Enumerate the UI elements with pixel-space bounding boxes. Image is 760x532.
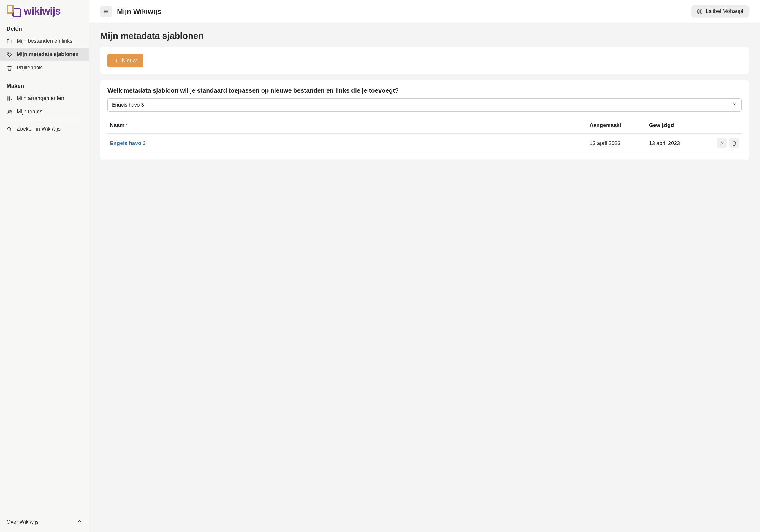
brand-logo[interactable]: wikiwijs xyxy=(7,4,82,18)
svg-point-3 xyxy=(10,111,11,111)
sidebar-item-mijn-metadata-sjablonen[interactable]: Mijn metadata sjablonen xyxy=(0,48,89,61)
svg-point-6 xyxy=(699,10,700,12)
sidebar-item-label: Zoeken in Wikiwijs xyxy=(17,126,61,132)
sidebar-section-maken: Maken xyxy=(0,74,89,92)
brand-name: wikiwijs xyxy=(24,5,61,17)
new-button-label: Nieuw xyxy=(122,58,137,64)
logo-area: wikiwijs xyxy=(0,0,89,19)
cell-modified: 13 april 2023 xyxy=(646,134,706,154)
column-header-naam-label: Naam xyxy=(110,122,124,128)
sidebar-divider xyxy=(7,120,82,120)
sort-arrow-up-icon: ↑ xyxy=(125,122,128,128)
folder-icon xyxy=(7,38,13,44)
sidebar-item-label: Mijn teams xyxy=(17,109,42,115)
svg-point-2 xyxy=(8,110,10,111)
default-template-select[interactable]: Engels havo 3 xyxy=(108,98,741,111)
app-title: Mijn Wikiwijs xyxy=(117,7,161,16)
sidebar-item-label: Mijn metadata sjablonen xyxy=(17,51,79,58)
main: Mijn Wikiwijs Lalibel Mohaupt Mijn metad… xyxy=(89,0,760,532)
templates-table: Naam↑ Aangemaakt Gewijzigd Engels havo 3… xyxy=(108,117,741,154)
svg-point-4 xyxy=(8,127,11,130)
svg-rect-0 xyxy=(13,9,21,17)
sidebar-item-zoeken[interactable]: Zoeken in Wikiwijs xyxy=(0,122,89,136)
topbar: Mijn Wikiwijs Lalibel Mohaupt xyxy=(89,0,760,23)
search-icon xyxy=(7,126,13,132)
select-value: Engels havo 3 xyxy=(112,102,144,108)
user-icon xyxy=(697,9,703,15)
hamburger-button[interactable] xyxy=(100,6,112,17)
sidebar-item-mijn-bestanden[interactable]: Mijn bestanden en links xyxy=(0,34,89,48)
table-row: Engels havo 3 13 april 2023 13 april 202… xyxy=(108,134,741,154)
logo-icon xyxy=(7,4,22,18)
column-header-gewijzigd[interactable]: Gewijzigd xyxy=(646,117,706,134)
sidebar-item-label: Mijn bestanden en links xyxy=(17,38,72,44)
pencil-icon xyxy=(719,141,724,146)
sidebar: wikiwijs Delen Mijn bestanden en links M… xyxy=(0,0,89,532)
page-title: Mijn metadata sjablonen xyxy=(100,31,749,41)
new-button[interactable]: Nieuw xyxy=(108,54,143,67)
delete-button[interactable] xyxy=(729,138,739,148)
chevron-down-icon xyxy=(732,102,737,108)
content: Mijn metadata sjablonen Nieuw Welk metad… xyxy=(89,23,760,172)
sidebar-item-label: Prullenbak xyxy=(17,65,42,71)
sidebar-item-mijn-arrangementen[interactable]: Mijn arrangementen xyxy=(0,92,89,105)
column-header-actions xyxy=(706,117,741,134)
cell-created: 13 april 2023 xyxy=(587,134,646,154)
user-name: Lalibel Mohaupt xyxy=(706,8,743,15)
plus-icon xyxy=(114,59,119,63)
sidebar-section-delen: Delen xyxy=(0,19,89,34)
column-header-naam[interactable]: Naam↑ xyxy=(108,117,587,134)
edit-button[interactable] xyxy=(717,138,727,148)
books-icon xyxy=(7,96,13,102)
hamburger-icon xyxy=(103,9,109,14)
templates-card: Welk metadata sjabloon wil je standaard … xyxy=(100,80,749,160)
sidebar-item-mijn-teams[interactable]: Mijn teams xyxy=(0,105,89,118)
chevron-up-icon xyxy=(77,519,82,525)
sidebar-item-label: Mijn arrangementen xyxy=(17,95,64,102)
sidebar-footer-over-wikiwijs[interactable]: Over Wikiwijs xyxy=(0,513,89,532)
user-menu[interactable]: Lalibel Mohaupt xyxy=(691,5,749,18)
sidebar-item-prullenbak[interactable]: Prullenbak xyxy=(0,61,89,74)
new-card: Nieuw xyxy=(100,47,749,74)
template-link[interactable]: Engels havo 3 xyxy=(110,140,146,146)
svg-point-1 xyxy=(8,53,9,54)
default-template-question: Welk metadata sjabloon wil je standaard … xyxy=(108,87,741,94)
trash-icon xyxy=(732,141,737,146)
sidebar-footer-label: Over Wikiwijs xyxy=(7,519,39,525)
people-icon xyxy=(7,109,13,115)
trash-icon xyxy=(7,65,13,71)
tag-icon xyxy=(7,52,13,58)
column-header-aangemaakt[interactable]: Aangemaakt xyxy=(587,117,646,134)
